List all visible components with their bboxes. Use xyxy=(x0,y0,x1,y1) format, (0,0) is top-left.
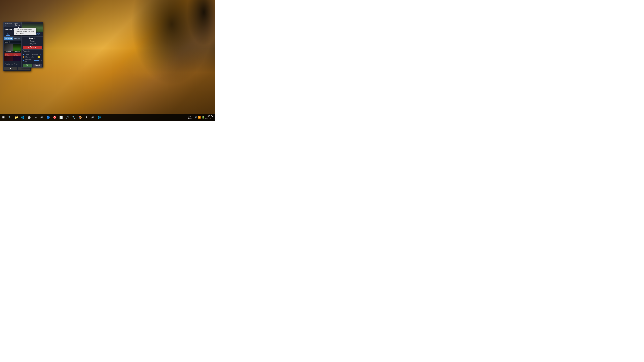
tray-icon-1[interactable]: 🔊 xyxy=(194,116,197,119)
color-arrow[interactable]: ▾ xyxy=(41,56,42,58)
playback-fill xyxy=(34,60,39,61)
properties-title: Properties xyxy=(23,50,42,52)
taskbar-icon-edge[interactable]: 🌐 xyxy=(20,114,26,121)
taskbar-icon-game1[interactable]: 🎮 xyxy=(39,114,45,121)
detail-type: Scene xyxy=(22,40,43,42)
wallpaper-label: Audiophile xyxy=(13,51,22,52)
playback-row: ▶ Playback rate 100 xyxy=(23,58,42,62)
start-button[interactable]: ⊞ xyxy=(0,114,7,121)
search-button[interactable]: 🔍 xyxy=(7,114,13,121)
playlist-folder-icon[interactable]: 🗂 xyxy=(11,63,13,65)
taskbar-icon-app1[interactable]: 🔵 xyxy=(45,114,51,121)
discover-tooltip: Click here to discover new wallpapers fr… xyxy=(14,28,36,35)
taskbar-icon-chrome[interactable]: ⬤ xyxy=(26,114,32,121)
weather-widget[interactable]: 73°F Sunny xyxy=(188,115,192,119)
remove-button[interactable]: ✕ Remove xyxy=(23,45,42,49)
tab-discover[interactable]: Discover xyxy=(13,37,21,40)
led-effects-row: Enable LED effects ✔ xyxy=(23,53,42,56)
wallpaper-item[interactable]: Audiophile xyxy=(13,44,22,52)
tray-icon-2[interactable]: 📶 xyxy=(198,116,201,119)
scheme-label: Scheme color xyxy=(25,56,37,58)
taskbar-icon-tool[interactable]: 🔧 xyxy=(71,114,77,121)
taskbar-icon-mail[interactable]: ✉ xyxy=(32,114,38,121)
properties-section: Properties Enable LED effects ✔ Scheme c… xyxy=(22,49,43,63)
detail-bottom-buttons: OK Cancel xyxy=(22,63,43,67)
tab-installed[interactable]: Installed ▾ xyxy=(4,37,12,40)
detail-rating: Everyone xyxy=(22,42,43,45)
taskbar-icon-music[interactable]: 🎵 xyxy=(64,114,70,121)
clock[interactable]: 4:54 PM 5/24/2022 xyxy=(205,115,213,120)
taskbar-right: 73°F Sunny 🔊 📶 🔋 4:54 PM 5/24/2022 xyxy=(188,115,214,120)
taskbar-icon-app3[interactable]: 📊 xyxy=(58,114,64,121)
cancel-button[interactable]: Cancel xyxy=(32,64,42,67)
expand-icon[interactable]: ⟫ xyxy=(4,23,8,26)
cue-badge: ⚡ CUE ENABLED xyxy=(14,53,22,56)
date-display: 5/24/2022 xyxy=(205,117,213,120)
monitor-title: Monitor 2 xyxy=(4,28,14,31)
taskbar-icon-steam[interactable]: 🎮 xyxy=(90,114,96,121)
taskbar-icon-browser[interactable]: 🌐 xyxy=(96,114,102,121)
wallpaper-item[interactable]: ⚡ CUE ENABLED xyxy=(13,53,22,61)
color-swatch[interactable] xyxy=(38,56,40,58)
play-icon: ▶ xyxy=(23,59,24,61)
led-label: Enable LED effects xyxy=(25,53,40,55)
weather-desc: Sunny xyxy=(188,117,192,119)
playlist-label: Playlist xyxy=(4,63,10,65)
system-tray-icons: 🔊 📶 🔋 xyxy=(194,116,204,119)
ok-button[interactable]: OK xyxy=(23,64,32,67)
scheme-color-row: Scheme color ▾ xyxy=(23,56,42,58)
playlist-settings-icon[interactable]: ⚙ xyxy=(16,63,18,65)
taskbar-icon-app2[interactable]: 🎯 xyxy=(52,114,58,121)
playback-value: 100 xyxy=(39,59,42,61)
taskbar-icon-art[interactable]: 🎨 xyxy=(77,114,83,121)
remove-button[interactable]: ✕ xyxy=(4,67,17,70)
led-dot xyxy=(23,54,24,55)
taskbar-icons: 📁 🌐 ⬤ ✉ 🎮 🔵 🎯 📊 🎵 🔧 🎨 ♟ 🎮 🌐 xyxy=(14,114,102,121)
playlist-list-icon[interactable]: ☰ xyxy=(14,63,15,65)
playback-label: Playback rate xyxy=(25,59,33,62)
tooltip-text: Click here to discover new wallpapers fr… xyxy=(16,29,34,34)
scheme-dot xyxy=(23,56,24,58)
taskbar-icon-game2[interactable]: ♟ xyxy=(84,114,90,121)
tray-icon-3[interactable]: 🔋 xyxy=(202,116,204,119)
cue-badge: ⚡ CUE ENABLED xyxy=(4,53,12,56)
taskbar: ⊞ 🔍 📁 🌐 ⬤ ✉ 🎮 🔵 🎯 📊 🎵 🔧 🎨 ♟ 🎮 🌐 73°F Sun… xyxy=(0,114,214,121)
wallpaper-item[interactable]: ⚡ CUE ENABLED xyxy=(4,53,12,61)
monitor-icon[interactable]: □ xyxy=(6,32,10,36)
wallpaper-item[interactable]: Arsenal xyxy=(4,44,12,52)
weather-temp: 73°F xyxy=(188,115,192,117)
playback-slider[interactable] xyxy=(34,60,39,61)
led-checkbox[interactable]: ✔ xyxy=(40,53,42,55)
detail-name: Beach xyxy=(22,36,43,40)
wallpaper-label: Arsenal xyxy=(4,51,12,52)
playback-slider-container: 100 xyxy=(34,59,42,61)
taskbar-icon-explorer[interactable]: 📁 xyxy=(14,114,20,121)
time-display: 4:54 PM xyxy=(205,115,213,117)
